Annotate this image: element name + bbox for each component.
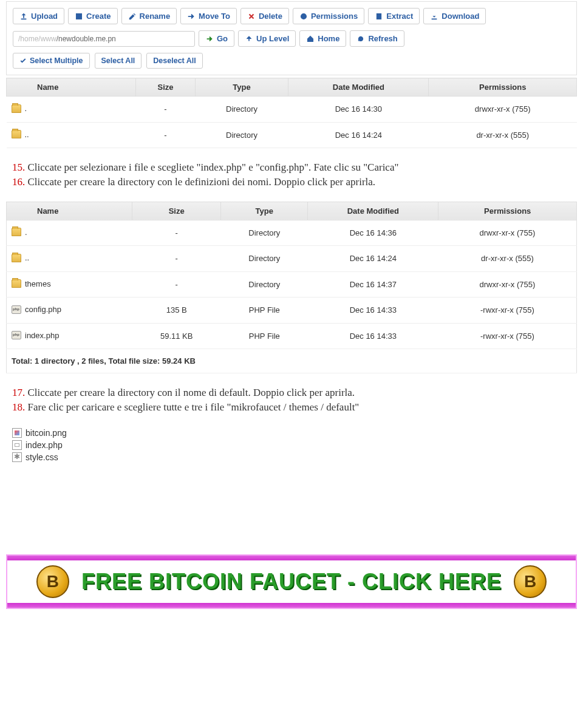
file-name: style.css [26,452,58,462]
css-file-icon [12,452,22,462]
file-perm: dr-xr-xr-x (555) [429,122,577,148]
path-prefix: /home/www [18,35,56,43]
step-17-text: Cliccate per creare la directory con il … [28,387,355,398]
file-name: index.php [25,331,59,340]
folder-icon [12,130,21,138]
step-15-num: 15. [12,162,25,173]
file-size: - [132,271,221,298]
select-all-button[interactable]: Select All [95,53,142,69]
img-file-icon [12,428,22,438]
extract-label: Extract [386,12,413,21]
col-type[interactable]: Type [221,202,308,220]
go-button[interactable]: Go [199,30,234,47]
nav-row: /home/www/newdouble.me.pn Go Up Level Ho… [10,29,573,52]
file-size: 59.11 KB [132,323,221,349]
moveto-button[interactable]: Move To [180,8,237,24]
col-perm[interactable]: Permissions [438,202,577,220]
step-15-text: Cliccate per selezionare i file e scegli… [28,162,399,173]
file-name: .. [25,253,29,262]
upload-label: Upload [31,12,58,21]
file-size: - [132,246,221,272]
file-name: themes [25,279,51,288]
col-size[interactable]: Size [136,78,195,97]
go-label: Go [217,34,228,43]
upload-button[interactable]: Upload [13,8,64,24]
path-input[interactable]: /home/www/newdouble.me.pn [13,31,195,47]
total-summary: Total: 1 directory , 2 files, Total file… [7,349,577,373]
instructions-2: 17. Cliccate per creare la directory con… [12,386,571,415]
selection-row: Select Multiple Select All Deselect All [10,52,573,71]
svg-point-2 [303,15,305,17]
permissions-button[interactable]: Permissions [293,8,364,24]
file-date: Dec 16 14:30 [288,97,429,123]
download-label: Download [442,12,479,21]
home-label: Home [318,34,339,43]
col-perm[interactable]: Permissions [429,78,577,97]
home-button[interactable]: Home [299,30,346,47]
folder-icon [12,228,21,236]
php-file-icon [12,440,22,450]
file-perm: -rwxr-xr-x (755) [438,323,577,349]
file-type: Directory [221,220,308,246]
col-date[interactable]: Date Modified [288,78,429,97]
file-table-1: Name Size Type Date Modified Permissions… [6,78,577,148]
create-button[interactable]: Create [68,8,117,24]
table-row[interactable]: .-DirectoryDec 16 14:36drwxr-xr-x (755) [7,220,577,246]
toolbar: Upload Create Rename Move To Delete Perm… [10,5,573,29]
php-file-icon [12,305,21,314]
bitcoin-coin-icon: B [36,565,69,598]
step-16-text: Cliccate per creare la directory con le … [28,176,376,188]
file-date: Dec 16 14:24 [308,246,438,272]
file-date: Dec 16 14:33 [308,323,438,349]
extract-button[interactable]: Extract [368,8,420,24]
table-row[interactable]: ..-DirectoryDec 16 14:24dr-xr-xr-x (555) [7,246,577,272]
path-current: /newdouble.me.pn [56,35,116,43]
list-item[interactable]: index.php [12,439,571,451]
table-row[interactable]: .-DirectoryDec 16 14:30drwxr-xr-x (755) [7,97,577,123]
step-17-num: 17. [12,387,25,398]
col-size[interactable]: Size [132,202,221,220]
deselect-all-button[interactable]: Deselect All [146,53,202,69]
select-all-label: Select All [101,56,135,65]
create-label: Create [86,12,111,21]
download-button[interactable]: Download [423,8,486,24]
file-type: Directory [195,122,288,148]
delete-button[interactable]: Delete [240,8,289,24]
folder-icon [12,254,21,262]
col-date[interactable]: Date Modified [308,202,438,220]
select-multiple-button[interactable]: Select Multiple [13,53,90,69]
local-file-list: bitcoin.pngindex.phpstyle.css [12,427,571,463]
file-type: Directory [221,271,308,298]
file-perm: drwxr-xr-x (755) [438,271,577,298]
table-row[interactable]: themes-DirectoryDec 16 14:37drwxr-xr-x (… [7,271,577,298]
list-item[interactable]: bitcoin.png [12,427,571,439]
table-row[interactable]: ..-DirectoryDec 16 14:24dr-xr-xr-x (555) [7,122,577,148]
file-date: Dec 16 14:33 [308,298,438,324]
file-name: index.php [26,440,63,450]
col-name[interactable]: Name [7,202,132,220]
delete-label: Delete [259,12,282,21]
refresh-button[interactable]: Refresh [350,30,404,47]
file-size: - [132,220,221,246]
php-file-icon [12,331,21,339]
file-size: - [136,122,195,148]
ad-banner[interactable]: B FREE BITCOIN FAUCET - CLICK HERE B [6,554,577,609]
select-multiple-label: Select Multiple [30,56,83,65]
folder-icon [12,279,21,288]
step-18-num: 18. [12,401,25,413]
table-row[interactable]: index.php59.11 KBPHP FileDec 16 14:33-rw… [7,323,577,349]
bitcoin-coin-icon: B [514,565,547,598]
file-type: PHP File [221,298,308,324]
rename-button[interactable]: Rename [121,8,177,24]
rename-label: Rename [140,12,171,21]
col-name[interactable]: Name [7,78,136,97]
list-item[interactable]: style.css [12,451,571,463]
uplevel-button[interactable]: Up Level [238,30,296,47]
banner-text: FREE BITCOIN FAUCET - CLICK HERE [81,569,502,594]
col-type[interactable]: Type [195,78,288,97]
file-manager-panel: Upload Create Rename Move To Delete Perm… [6,1,577,75]
file-date: Dec 16 14:24 [288,122,429,148]
file-size: - [136,97,195,123]
table-row[interactable]: config.php135 BPHP FileDec 16 14:33-rwxr… [7,298,577,324]
step-16-num: 16. [12,176,25,188]
